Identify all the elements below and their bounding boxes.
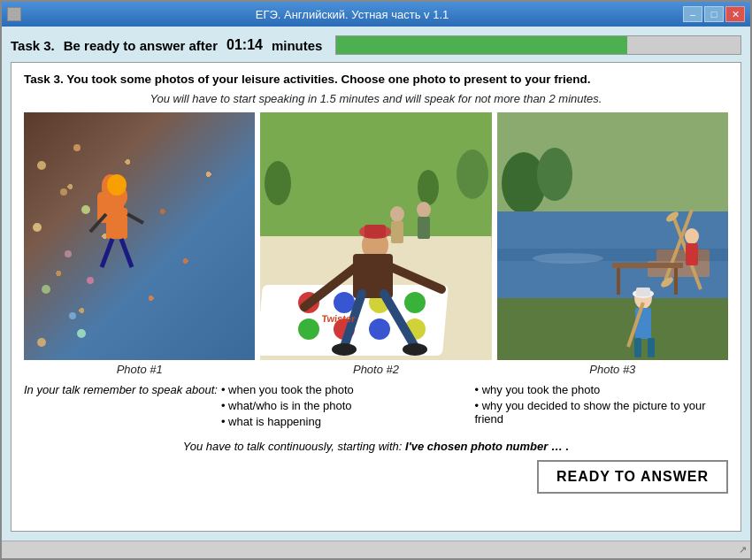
- photo-3-image: [497, 112, 728, 360]
- main-content-box: Task 3. You took some photos of your lei…: [11, 62, 741, 532]
- bottom-text-bold: I've chosen photo number … .: [405, 440, 569, 453]
- photo3-bg: [497, 112, 728, 360]
- svg-point-35: [298, 318, 319, 340]
- svg-rect-27: [391, 221, 403, 243]
- svg-point-2: [60, 188, 67, 196]
- svg-point-28: [417, 202, 431, 218]
- svg-rect-73: [674, 268, 678, 295]
- titlebar-buttons: – □ ✕: [683, 6, 745, 22]
- svg-rect-61: [497, 298, 728, 360]
- svg-point-26: [390, 206, 404, 222]
- svg-point-52: [537, 148, 572, 201]
- minutes-label: minutes: [272, 38, 323, 53]
- svg-point-74: [533, 253, 603, 264]
- point-2: • what/who is in the photo: [221, 399, 475, 412]
- svg-point-8: [73, 144, 81, 151]
- bottom-text-normal: You have to talk continuously, starting …: [183, 440, 403, 453]
- points-col-left: • when you took the photo • what/who is …: [221, 383, 475, 431]
- talk-points: In your talk remember to speak about: • …: [24, 383, 728, 431]
- photo-3-container: Photo #3: [497, 112, 728, 376]
- svg-point-24: [457, 150, 488, 199]
- minimize-button[interactable]: –: [683, 6, 702, 22]
- svg-point-6: [69, 312, 76, 319]
- ready-btn-row: READY TO ANSWER: [24, 460, 728, 494]
- svg-point-23: [265, 161, 291, 205]
- svg-point-48: [403, 343, 427, 356]
- svg-point-10: [87, 277, 94, 284]
- content-area: Task 3. Be ready to answer after 01:14 m…: [2, 27, 750, 541]
- photo-2-image: Twister: [260, 112, 491, 360]
- points-columns: • when you took the photo • what/who is …: [221, 383, 728, 431]
- task-number-label: Task 3.: [11, 38, 55, 53]
- photo-2-label: Photo #2: [353, 363, 399, 376]
- svg-rect-0: [24, 112, 255, 360]
- task-heading-bold: Task 3. You took some photos of your lei…: [24, 73, 591, 86]
- task-heading: Task 3. You took some photos of your lei…: [24, 72, 728, 88]
- svg-rect-13: [106, 208, 127, 239]
- svg-rect-41: [364, 225, 386, 238]
- svg-rect-67: [636, 288, 650, 296]
- photo-3-label: Photo #3: [589, 363, 635, 376]
- svg-point-34: [404, 292, 426, 313]
- timer-display: 01:14: [226, 37, 263, 53]
- ready-to-answer-button[interactable]: READY TO ANSWER: [537, 460, 728, 494]
- photo-1-image: [24, 112, 255, 360]
- svg-point-3: [33, 223, 42, 232]
- window-title: ЕГЭ. Английский. Устная часть v 1.1: [21, 8, 683, 21]
- progress-bar-fill: [336, 36, 627, 54]
- app-icon: [7, 7, 21, 21]
- photos-row: Photo #1: [24, 112, 728, 376]
- main-window: ЕГЭ. Английский. Устная часть v 1.1 – □ …: [0, 0, 752, 560]
- bottom-instruction: You have to talk continuously, starting …: [24, 440, 728, 453]
- close-button[interactable]: ✕: [725, 6, 745, 22]
- statusbar: ↗: [2, 541, 750, 558]
- svg-point-5: [42, 285, 50, 294]
- svg-point-69: [685, 228, 699, 244]
- svg-text:Twister: Twister: [321, 313, 356, 324]
- svg-rect-64: [634, 338, 641, 357]
- svg-line-15: [127, 214, 143, 223]
- points-col-right: • why you took the photo • why you decid…: [474, 383, 728, 431]
- svg-point-18: [107, 174, 127, 196]
- svg-point-4: [65, 250, 72, 257]
- svg-point-7: [37, 338, 46, 347]
- progress-bar-container: [335, 35, 741, 55]
- svg-point-25: [418, 170, 439, 205]
- photo1-bg: [24, 112, 255, 360]
- photo-1-container: Photo #1: [24, 112, 255, 376]
- svg-rect-71: [612, 263, 683, 268]
- svg-point-32: [334, 292, 355, 313]
- svg-point-11: [77, 329, 86, 338]
- photo-2-container: Twister Photo #2: [260, 112, 491, 376]
- task-subheading: You will have to start speaking in 1.5 m…: [24, 92, 728, 105]
- photo2-bg: Twister: [260, 112, 491, 360]
- point-4: • why you took the photo: [474, 383, 728, 396]
- svg-rect-29: [418, 217, 430, 239]
- be-ready-label: Be ready to answer after: [64, 38, 218, 53]
- svg-point-9: [81, 205, 90, 214]
- point-1: • when you took the photo: [221, 383, 475, 396]
- svg-rect-70: [686, 243, 698, 265]
- twister-svg: Twister: [260, 112, 491, 360]
- svg-point-1: [37, 161, 46, 170]
- point-3: • what is happening: [221, 415, 475, 428]
- svg-line-17: [121, 239, 132, 267]
- climbing-wall-svg: [24, 112, 255, 360]
- svg-rect-65: [648, 338, 655, 357]
- statusbar-text: ↗: [739, 544, 747, 556]
- task-bar: Task 3. Be ready to answer after 01:14 m…: [11, 35, 741, 55]
- point-5: • why you decided to show the picture to…: [474, 399, 728, 426]
- talk-intro-label: In your talk remember to speak about:: [24, 383, 218, 431]
- svg-point-47: [332, 343, 357, 356]
- kayak-svg: [497, 112, 728, 360]
- svg-point-37: [369, 318, 390, 340]
- svg-line-16: [102, 239, 112, 267]
- svg-rect-72: [617, 268, 620, 295]
- photo-1-label: Photo #1: [117, 363, 163, 376]
- svg-line-14: [90, 214, 106, 232]
- titlebar: ЕГЭ. Английский. Устная часть v 1.1 – □ …: [2, 2, 750, 27]
- maximize-button[interactable]: □: [704, 6, 724, 22]
